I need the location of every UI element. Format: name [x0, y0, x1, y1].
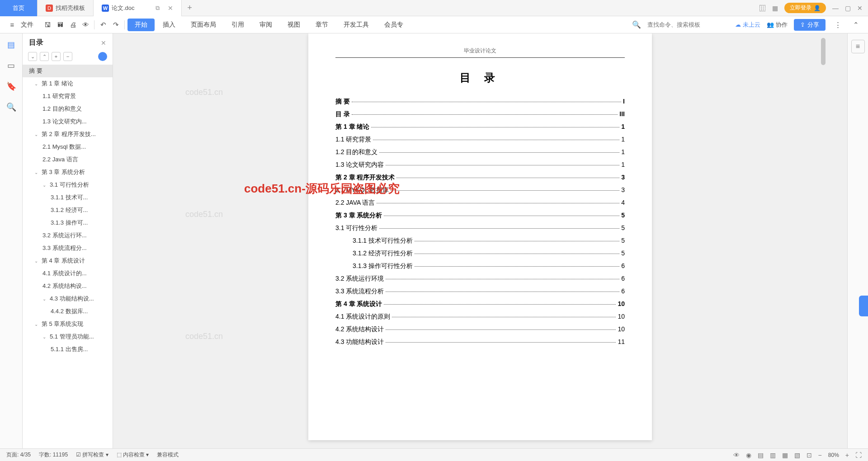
toc-entry[interactable]: 3.1.1 技术可行性分析5: [335, 237, 625, 245]
search-panel-icon[interactable]: 🔍: [6, 102, 16, 112]
outline-item[interactable]: ⌄第 2 章 程序开发技...: [23, 128, 113, 141]
document-area[interactable]: code51.cn code51.cn code51.cn code51.cn …: [113, 33, 847, 448]
outline-item[interactable]: ⌄5.1 管理员功能...: [23, 330, 113, 343]
toc-entry[interactable]: 1.3 论文研究内容1: [335, 161, 625, 169]
spellcheck-button[interactable]: ☑ 拼写检查 ▾: [76, 451, 108, 459]
collab-button[interactable]: 👥协作: [767, 21, 788, 29]
outline-icon[interactable]: ▤: [6, 40, 16, 50]
outline-item[interactable]: 2.2 Java 语言: [23, 153, 113, 166]
toc-entry[interactable]: 3.3 系统流程分析6: [335, 287, 625, 296]
outline-item[interactable]: 5.1.1 出售房...: [23, 343, 113, 356]
close-window-icon[interactable]: ✕: [857, 5, 863, 12]
outline-item[interactable]: ⌄3.1 可行性分析: [23, 179, 113, 191]
outline-item[interactable]: 4.2 系统结构设...: [23, 280, 113, 292]
save-as-icon[interactable]: 🖬: [54, 19, 66, 31]
toc-entry[interactable]: 第 2 章 程序开发技术3: [335, 174, 625, 182]
toc-entry[interactable]: 第 3 章 系统分析5: [335, 212, 625, 220]
cloud-button[interactable]: ☁未上云: [735, 21, 760, 29]
vertical-scrollbar[interactable]: [820, 33, 826, 448]
tab-window-icon[interactable]: ⧉: [156, 5, 160, 12]
outline-item[interactable]: ⌄4.3 功能结构设...: [23, 292, 113, 305]
toc-entry[interactable]: 4.3 功能结构设计11: [335, 338, 625, 346]
menu-insert[interactable]: 插入: [156, 19, 183, 31]
menu-ref[interactable]: 引用: [224, 19, 251, 31]
sync-icon[interactable]: [98, 52, 107, 61]
share-button[interactable]: ⇪分享: [794, 19, 826, 31]
layout3-icon[interactable]: ▦: [782, 452, 788, 459]
zoom-out-icon[interactable]: −: [818, 452, 822, 459]
toc-entry[interactable]: 1.2 目的和意义1: [335, 148, 625, 156]
minimize-icon[interactable]: —: [832, 5, 839, 12]
outline-item[interactable]: 2.1 Mysql 数据...: [23, 141, 113, 153]
search-input[interactable]: [647, 21, 729, 28]
layout-icon[interactable]: ⿲: [760, 5, 766, 12]
toc-entry[interactable]: 3.1.3 操作可行性分析6: [335, 262, 625, 270]
remove-icon[interactable]: −: [63, 52, 72, 61]
bookmark-icon[interactable]: 🔖: [6, 81, 16, 91]
chevron-down-icon[interactable]: ⌄: [42, 183, 48, 188]
chevron-down-icon[interactable]: ⌄: [34, 259, 40, 263]
outline-item[interactable]: ⌄第 4 章 系统设计: [23, 254, 113, 267]
menu-view[interactable]: 视图: [280, 19, 307, 31]
page-indicator[interactable]: 页面: 4/35: [6, 451, 31, 459]
pages-icon[interactable]: ▭: [6, 61, 16, 71]
close-icon[interactable]: ✕: [168, 5, 173, 12]
toc-entry[interactable]: 摘 要I: [335, 98, 625, 106]
menu-start[interactable]: 开始: [127, 19, 155, 31]
toc-entry[interactable]: 4.2 系统结构设计10: [335, 325, 625, 334]
scroll-thumb[interactable]: [821, 38, 826, 65]
chevron-down-icon[interactable]: ⌄: [42, 296, 48, 301]
menu-member[interactable]: 会员专: [377, 19, 410, 31]
zoom-level[interactable]: 80%: [828, 452, 839, 458]
toc-entry[interactable]: 4.1 系统设计的原则10: [335, 313, 625, 321]
tab-document[interactable]: W 论文.doc ⧉ ✕: [94, 0, 182, 16]
layout2-icon[interactable]: ▥: [770, 452, 776, 459]
login-button[interactable]: 立即登录👤: [784, 3, 826, 13]
toc-entry[interactable]: 第 1 章 绪论1: [335, 123, 625, 131]
menu-devtools[interactable]: 开发工具: [336, 19, 376, 31]
menu-chapter[interactable]: 章节: [308, 19, 335, 31]
outline-item[interactable]: 4.1 系统设计的...: [23, 267, 113, 280]
redo-icon[interactable]: ↷: [110, 19, 122, 31]
file-menu[interactable]: 文件: [19, 19, 41, 31]
outline-item[interactable]: 3.1.2 经济可...: [23, 204, 113, 216]
outline-item[interactable]: 1.3 论文研究内...: [23, 115, 113, 128]
right-handle[interactable]: [859, 296, 868, 316]
undo-icon[interactable]: ↶: [97, 19, 109, 31]
collapse-all-icon[interactable]: ⌄: [28, 52, 37, 61]
outline-item[interactable]: ⌄第 1 章 绪论: [23, 77, 113, 90]
content-check-button[interactable]: ⬚ 内容检查 ▾: [117, 451, 149, 459]
outline-item[interactable]: 1.2 目的和意义: [23, 103, 113, 115]
toc-entry[interactable]: 目 录III: [335, 110, 625, 118]
add-icon[interactable]: +: [52, 52, 61, 61]
outline-item[interactable]: 3.1.1 技术可...: [23, 191, 113, 204]
menu-layout[interactable]: 页面布局: [184, 19, 223, 31]
chevron-down-icon[interactable]: ⌄: [42, 334, 48, 339]
zoom-in-icon[interactable]: +: [845, 452, 849, 459]
properties-icon[interactable]: ≡: [851, 40, 865, 53]
toc-entry[interactable]: 3.1.2 经济可行性分析5: [335, 249, 625, 258]
fit-icon[interactable]: ⊡: [807, 452, 812, 459]
toc-entry[interactable]: 3.2 系统运行环境6: [335, 275, 625, 283]
chevron-down-icon[interactable]: ⌄: [34, 322, 40, 327]
outline-item[interactable]: ⌄第 5 章系统实现: [23, 318, 113, 330]
toc-entry[interactable]: 2.2 JAVA 语言4: [335, 199, 625, 207]
toc-entry[interactable]: 1.1 研究背景1: [335, 136, 625, 144]
chevron-down-icon[interactable]: ⌄: [34, 132, 40, 137]
tab-home[interactable]: 首页: [0, 0, 38, 16]
outline-item[interactable]: 3.2 系统运行环...: [23, 229, 113, 242]
collapse-icon[interactable]: ⌃: [850, 19, 862, 31]
apps-icon[interactable]: ▦: [772, 5, 778, 12]
focus-icon[interactable]: ◉: [746, 452, 751, 459]
toc-entry[interactable]: 第 4 章 系统设计10: [335, 300, 625, 308]
eye-icon[interactable]: 👁: [733, 452, 740, 459]
outline-item[interactable]: 3.1.3 操作可...: [23, 216, 113, 229]
fullscreen-icon[interactable]: ⛶: [855, 452, 862, 459]
preview-icon[interactable]: 👁: [80, 19, 91, 31]
menu-review[interactable]: 审阅: [252, 19, 279, 31]
expand-all-icon[interactable]: ⌃: [40, 52, 49, 61]
outline-item[interactable]: 4.4.2 数据库...: [23, 305, 113, 318]
chevron-down-icon[interactable]: ⌄: [34, 170, 40, 175]
outline-item[interactable]: 1.1 研究背景: [23, 90, 113, 103]
print-icon[interactable]: 🖨: [67, 19, 79, 31]
